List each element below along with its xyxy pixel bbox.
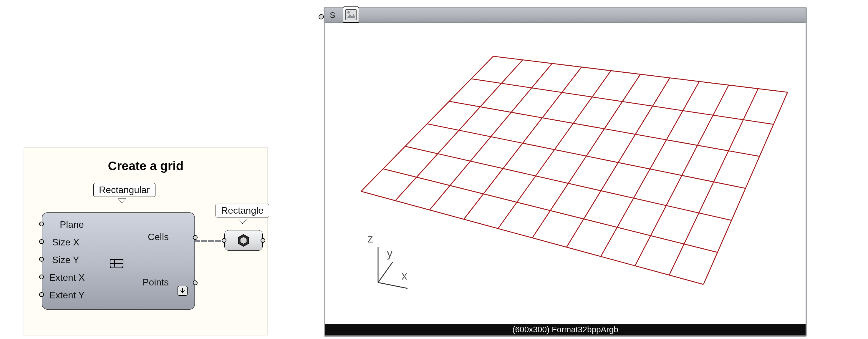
grip-param-in[interactable] (222, 238, 226, 243)
param-rectangle[interactable] (224, 230, 262, 251)
image-icon (345, 9, 357, 21)
svg-line-35 (378, 262, 393, 282)
grip-input-extent-x[interactable] (39, 275, 44, 279)
grip-output-points[interactable] (193, 280, 197, 285)
header-ripple-left (319, 8, 325, 23)
axis-x: x (402, 270, 407, 282)
grip-input-size-x[interactable] (39, 239, 44, 244)
component-label[interactable]: Rectangular (93, 183, 155, 197)
viewer-footer: (600x300) Format32bppArgb (325, 324, 806, 336)
svg-point-7 (122, 259, 123, 261)
param-label-pointer (239, 219, 247, 224)
viewer-footer-text: (600x300) Format32bppArgb (325, 325, 806, 334)
viewer-header-char: S (330, 10, 335, 20)
svg-marker-0 (118, 198, 126, 203)
input-extent-x[interactable]: Extent X (49, 272, 85, 283)
axis-z: z (368, 233, 373, 245)
input-size-x[interactable]: Size X (52, 237, 79, 248)
svg-point-6 (110, 259, 111, 261)
scribble-panel: Create a grid Rectangular Rectangle Plan… (24, 147, 268, 336)
input-plane[interactable]: Plane (60, 219, 84, 230)
svg-rect-13 (346, 9, 356, 20)
component-label-pointer (118, 198, 126, 203)
scribble-title: Create a grid (24, 159, 267, 173)
svg-point-9 (122, 266, 123, 268)
grip-param-out[interactable] (260, 238, 265, 243)
svg-line-34 (378, 282, 407, 289)
grip-input-plane[interactable] (39, 222, 44, 226)
viewer-canvas[interactable]: z y x (325, 23, 806, 324)
svg-line-31 (405, 146, 732, 221)
svg-line-29 (449, 101, 760, 156)
input-extent-y[interactable]: Extent Y (49, 290, 85, 301)
viewer-header[interactable]: S (325, 8, 806, 23)
svg-point-8 (110, 266, 111, 268)
component-rectangular-grid[interactable]: Plane Size X Size Y Extent X Extent Y Ce… (42, 212, 195, 310)
axis-y: y (387, 247, 393, 260)
svg-point-15 (347, 11, 350, 13)
image-thumb-button[interactable] (343, 6, 359, 23)
axis-triad (349, 235, 413, 300)
output-cells[interactable]: Cells (148, 232, 169, 242)
grip-input-size-y[interactable] (39, 257, 44, 262)
svg-line-27 (493, 56, 787, 92)
image-viewer-panel[interactable]: S (324, 7, 807, 337)
hexagon-icon (237, 234, 250, 247)
component-grid-icon (110, 258, 123, 268)
component-inputs: Plane Size X Size Y Extent X Extent Y (49, 213, 105, 309)
output-points[interactable]: Points (143, 277, 169, 288)
output-flatten-icon[interactable] (178, 286, 188, 296)
header-ripple-right (806, 8, 811, 23)
input-size-y[interactable]: Size Y (52, 255, 79, 265)
param-label[interactable]: Rectangle (216, 204, 269, 217)
grip-input-extent-y[interactable] (39, 292, 44, 297)
svg-marker-1 (239, 219, 247, 224)
